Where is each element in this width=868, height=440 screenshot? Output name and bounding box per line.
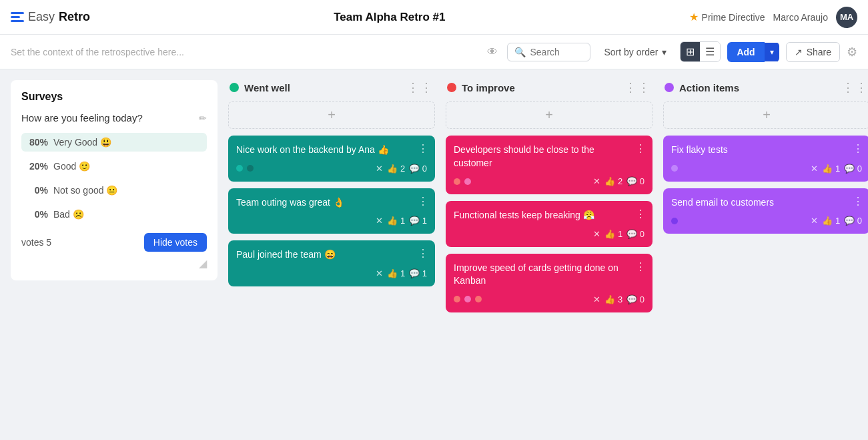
card-comment-1[interactable]: 💬 0	[409, 164, 427, 174]
list-view-button[interactable]: ☰	[700, 42, 720, 61]
card-menu-6[interactable]: ⋮	[635, 260, 646, 273]
card-menu-8[interactable]: ⋮	[853, 195, 863, 208]
survey-bar-not-so-good: 0% Not so good 😐	[21, 181, 207, 200]
add-dropdown-button[interactable]: ▾	[765, 43, 779, 61]
header: EasyRetro Team Alpha Retro #1 ★ Prime Di…	[0, 0, 868, 35]
col-menu-went-well[interactable]: ⋮⋮	[407, 80, 434, 95]
survey-footer: votes 5 Hide votes	[21, 233, 207, 252]
card-ana-backend: ⋮ Nice work on the backend by Ana 👍 ✕ 👍 …	[228, 136, 435, 182]
dot-4b	[464, 178, 471, 185]
bar-pct-bad: 0%	[28, 209, 48, 220]
columns: Went well ⋮⋮ + ⋮ Nice work on the backen…	[228, 80, 868, 427]
card-paul-joined: ⋮ Paul joined the team 😄 ✕ 👍 1 💬 1	[228, 240, 435, 286]
dot-7a	[671, 165, 678, 172]
card-text-2: Team outing was great 👌	[236, 196, 427, 210]
card-remove-7[interactable]: ✕	[811, 164, 818, 174]
header-right: ★ Prime Directive Marco Araujo MA	[689, 7, 857, 28]
page-title: Team Alpha Retro #1	[334, 11, 445, 24]
card-remove-1[interactable]: ✕	[376, 164, 383, 174]
card-menu-7[interactable]: ⋮	[853, 142, 863, 155]
card-like-5[interactable]: 👍 1	[604, 229, 622, 239]
sort-label: Sort by order	[604, 47, 658, 57]
bar-label-not-so-good: Not so good 😐	[53, 185, 117, 196]
card-text-4: Developers should be close to the custom…	[454, 144, 644, 170]
add-card-action-items[interactable]: +	[663, 101, 868, 129]
card-text-1: Nice work on the backend by Ana 👍	[236, 144, 427, 157]
col-dot-to-improve	[447, 83, 456, 92]
card-like-3[interactable]: 👍 1	[387, 268, 405, 278]
prime-directive-link[interactable]: ★ Prime Directive	[689, 11, 765, 23]
col-menu-action-items[interactable]: ⋮⋮	[842, 80, 868, 95]
bar-label-good: Good 🙂	[53, 161, 90, 172]
card-remove-8[interactable]: ✕	[811, 216, 818, 226]
card-comment-5[interactable]: 💬 0	[626, 229, 644, 239]
col-title-action-items: Action items	[679, 82, 837, 93]
card-like-2[interactable]: 👍 1	[387, 216, 405, 226]
card-remove-6[interactable]: ✕	[593, 294, 600, 304]
card-menu-3[interactable]: ⋮	[418, 247, 428, 260]
chevron-down-icon: ▾	[662, 47, 667, 57]
add-main-button[interactable]: Add	[727, 42, 764, 62]
card-menu-5[interactable]: ⋮	[635, 208, 646, 220]
search-icon: 🔍	[514, 47, 526, 57]
card-functional-tests: ⋮ Functional tests keep breaking 😤 ✕ 👍 1…	[446, 201, 653, 247]
logo: EasyRetro	[11, 10, 90, 24]
col-header-to-improve: To improve ⋮⋮	[446, 80, 653, 95]
card-menu-2[interactable]: ⋮	[418, 195, 428, 208]
dot-2	[247, 165, 254, 172]
view-toggle: ⊞ ☰	[680, 41, 721, 62]
survey-title: Surveys	[21, 91, 207, 103]
survey-bar-bad: 0% Bad ☹️	[21, 205, 207, 224]
card-send-email: ⋮ Send email to customers ✕ 👍 1 💬 0	[663, 188, 868, 234]
card-text-7: Fix flaky tests	[671, 144, 862, 157]
dot-6b	[464, 296, 471, 302]
card-comment-3[interactable]: 💬 1	[409, 268, 427, 278]
share-button[interactable]: ↗ Share	[786, 42, 840, 62]
hide-votes-button[interactable]: Hide votes	[144, 233, 207, 252]
card-like-4[interactable]: 👍 2	[604, 176, 622, 186]
col-menu-to-improve[interactable]: ⋮⋮	[624, 80, 651, 95]
card-footer-3: ✕ 👍 1 💬 1	[236, 268, 427, 278]
survey-panel: Surveys How are you feeling today? ✏ 80%…	[11, 80, 218, 280]
bar-pct-not-so-good: 0%	[28, 185, 48, 196]
card-like-1[interactable]: 👍 2	[387, 164, 405, 174]
column-to-improve: To improve ⋮⋮ + ⋮ Developers should be c…	[446, 80, 653, 427]
resize-handle[interactable]: ◢	[21, 257, 207, 270]
card-remove-2[interactable]: ✕	[376, 216, 383, 226]
col-title-went-well: Went well	[244, 82, 402, 93]
card-like-6[interactable]: 👍 3	[604, 294, 622, 304]
column-action-items: Action items ⋮⋮ + ⋮ Fix flaky tests ✕ 👍 …	[663, 80, 868, 427]
star-icon: ★	[689, 11, 699, 23]
search-input[interactable]	[530, 47, 583, 57]
edit-icon[interactable]: ✏	[199, 113, 207, 124]
card-text-5: Functional tests keep breaking 😤	[454, 209, 644, 222]
card-footer-6: ✕ 👍 3 💬 0	[454, 294, 644, 304]
card-like-8[interactable]: 👍 1	[822, 216, 840, 226]
card-like-7[interactable]: 👍 1	[822, 164, 840, 174]
card-menu-1[interactable]: ⋮	[418, 142, 428, 155]
card-comment-4[interactable]: 💬 0	[626, 176, 644, 186]
avatar[interactable]: MA	[836, 7, 857, 28]
grid-view-button[interactable]: ⊞	[681, 42, 700, 61]
context-placeholder[interactable]: Set the context of the retrospective her…	[11, 47, 480, 57]
add-card-to-improve[interactable]: +	[446, 101, 653, 129]
eye-icon[interactable]: 👁	[487, 46, 498, 58]
survey-question: How are you feeling today? ✏	[21, 112, 207, 124]
card-comment-7[interactable]: 💬 0	[844, 164, 862, 174]
dot-6a	[454, 296, 460, 302]
settings-icon[interactable]: ⚙	[847, 45, 857, 59]
col-header-went-well: Went well ⋮⋮	[228, 80, 435, 95]
card-menu-4[interactable]: ⋮	[635, 142, 646, 155]
card-comment-2[interactable]: 💬 1	[409, 216, 427, 226]
card-comment-8[interactable]: 💬 0	[844, 216, 862, 226]
card-text-8: Send email to customers	[671, 196, 862, 210]
logo-icon	[11, 12, 24, 22]
card-remove-4[interactable]: ✕	[593, 176, 600, 186]
board: Surveys How are you feeling today? ✏ 80%…	[0, 69, 868, 437]
sort-button[interactable]: Sort by order ▾	[597, 43, 673, 61]
card-remove-3[interactable]: ✕	[376, 268, 383, 278]
card-remove-5[interactable]: ✕	[593, 229, 600, 239]
card-comment-6[interactable]: 💬 0	[626, 294, 644, 304]
add-card-went-well[interactable]: +	[228, 101, 435, 129]
search-box: 🔍	[507, 43, 590, 61]
